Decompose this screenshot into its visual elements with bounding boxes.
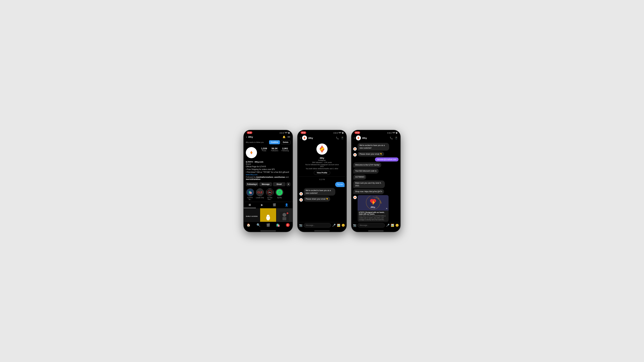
tab-grid[interactable]: ⊞ [244,202,256,208]
profile-bio: ILTHY® · ilthy.com Brand Official Page f… [244,161,292,182]
posts-count: 1,539 [261,147,267,150]
bio-line-3: • First timer? DM us "TRYME" for a free … [246,171,290,174]
nav-home-icon[interactable]: 🏠 [246,223,250,227]
view-profile-button[interactable]: View Profile [314,171,330,175]
story-item-2[interactable]: CLE Locals Only [256,188,264,200]
dm-avatar-3 [356,135,361,140]
story-item-1[interactable]: 🛍️ ILTHY® Sp... [246,188,254,200]
follow-request-bar: ilthy wants to follow you Confirm Delete [244,139,292,145]
call-icon-2[interactable]: 📞 [336,137,339,139]
back-icon-3[interactable]: ‹ [354,137,355,139]
chat-messages-3: We're excited to have you as a new custo… [352,141,400,222]
followers-count: 56.3K [272,147,278,150]
dm-nav-2: ‹ ilthy 📞 📱 [298,135,346,141]
message-button[interactable]: Message [259,182,272,186]
profile-nav: ‹ ilthy 🔔 ••• [244,135,292,139]
chat-messages-2: 9:12 PM Try me [298,177,346,222]
msg-avatar-3b [353,153,357,157]
confirm-button[interactable]: Confirm [269,140,280,144]
video-icon-2[interactable]: 📱 [341,137,344,139]
link-preview-card: I LOVE THE HYPE ilthy. ➤ [358,195,388,222]
battery-icon-3: ▓ [396,132,397,134]
nav-create-icon[interactable]: 🎬 [266,223,270,227]
home-indicator-1 [244,229,292,232]
battery-icon: ▓ [288,132,290,134]
signal-icon-3: ▲▲▲ [387,132,392,134]
following-button[interactable]: Following ▾ [246,182,258,186]
chat-screen-2: ilthy Instagram 56K followers · 1.5K pos… [298,141,346,229]
msg-shop: Shop now: https://bit.ly/3vLQKTh [353,189,384,194]
svg-text:🛍️: 🛍️ [248,191,252,194]
status-bar-3: 9:12 ▲▲▲ WiFi ▓ [352,130,400,135]
nav-profile-icon[interactable] [286,223,290,227]
story-item-4[interactable]: 🎵 Spotify [276,188,283,200]
mic-icon-3[interactable]: 🎤 [386,224,390,227]
email-pill: demeter@chatfuel.com [375,157,398,161]
story-item-3[interactable]: ilthy 10 Year Hoo... [266,188,274,200]
bio-link[interactable]: www.ilthy.com [246,174,290,176]
tab-video[interactable]: ▶ [256,202,268,208]
svg-rect-16 [282,217,286,220]
battery-icon-2: ▓ [342,132,343,134]
msg-welcome: Welcome to the ILTHY family! [353,162,381,168]
photo-cell-early: EARLY ACCESS [244,208,260,222]
send-link-icon[interactable]: ➤ [386,207,388,210]
more-button[interactable]: ▾ [286,182,290,186]
card-desc: Since 2010, iLTHY® is a brand that takes… [359,215,387,221]
card-image: I LOVE THE HYPE ilthy. ➤ [358,195,388,211]
chat-profile-card-2: ilthy Instagram 56K followers · 1.5K pos… [298,141,346,177]
phone-1: 9:12 ▲▲▲ WiFi ▓ ‹ ilthy 🔔 ••• [243,130,293,232]
wifi-icon-2: WiFi [338,132,342,134]
msg-excited: We're excited to have you as a new custo… [304,188,335,196]
email-request-text: Please share your email 👇 [306,198,328,200]
status-icons-2: ▲▲▲ WiFi ▓ [333,132,343,134]
mic-icon-2[interactable]: 🎤 [332,224,336,227]
photo-grid: EARLY ACCESS ⚡ [244,208,292,222]
sticker-icon-3[interactable]: 😊 [396,224,399,227]
video-icon-3[interactable]: 📱 [395,137,398,139]
followers-label: Followers [271,150,278,152]
signal-icon-2: ▲▲▲ [333,132,338,134]
msg-excited-3: We're excited to have you as a new custo… [358,143,389,151]
wifi-icon: WiFi [285,132,288,134]
chat-profile-mutual: You both follow stefanischaefer and 1 ot… [306,168,338,170]
camera-icon-2[interactable]: 📷 [299,224,302,227]
camera-icon-3[interactable]: 📷 [353,224,356,227]
tab-tagged[interactable]: 👤 [280,202,292,208]
msg-row-expiry: Make sure you use it by June 5, 2021 [353,181,398,188]
status-bar-1: 9:12 ▲▲▲ WiFi ▓ [244,130,292,135]
card-body: iLTHY® | Designed with our hands, made w… [358,211,388,222]
gallery-icon-2[interactable]: 🖼️ [337,224,340,227]
back-icon[interactable]: ‹ [246,136,247,138]
call-icon-3[interactable]: 📞 [390,137,393,139]
msg-email-request: Please share your email 👇 [304,196,330,202]
story-circle-4: 🎵 [276,188,283,196]
delete-button[interactable]: Delete [281,140,290,144]
tab-reels[interactable]: 🎬 [268,202,280,208]
sticker-icon-2[interactable]: 😊 [342,224,345,227]
notification-icon[interactable]: 🔔 [282,135,286,138]
msg-row-excited: We're excited to have you as a new custo… [300,188,344,196]
chat-timestamp-2: 9:12 PM [300,179,344,180]
nav-search-icon[interactable]: 🔍 [256,223,260,227]
phone-2: 9:12 ▲▲▲ WiFi ▓ ‹ [297,130,347,232]
message-input-2[interactable] [304,223,331,227]
back-icon-2[interactable]: ‹ [300,137,301,139]
gallery-icon-3[interactable]: 🖼️ [391,224,394,227]
following-count: 2,061 [282,147,288,150]
follow-request-text: ilthy wants to follow you [246,141,264,143]
photo-cell-socks: ⚡ [260,208,276,222]
more-icon[interactable]: ••• [288,136,290,138]
chat-profile-stats: 56K followers · 1.5K posts [312,161,332,163]
msg-row-try-me: Try me [300,182,344,187]
nav-shop-icon[interactable]: 🛍️ [276,223,280,227]
story-label-3: 10 Year Hoo... [266,197,274,200]
early-access-label: EARLY ACCESS [245,215,258,218]
svg-text:ilthy: ilthy [268,192,271,193]
phone-3: 9:12 ▲▲▲ WiFi ▓ ‹ [351,130,401,232]
msg-row-shop: Shop now: https://bit.ly/3vLQKTh [353,189,398,194]
story-label-4: Spotify [277,197,282,198]
email-button[interactable]: Email [273,182,286,186]
dm-title-2: ilthy [308,137,313,139]
message-input-3[interactable] [358,223,385,227]
